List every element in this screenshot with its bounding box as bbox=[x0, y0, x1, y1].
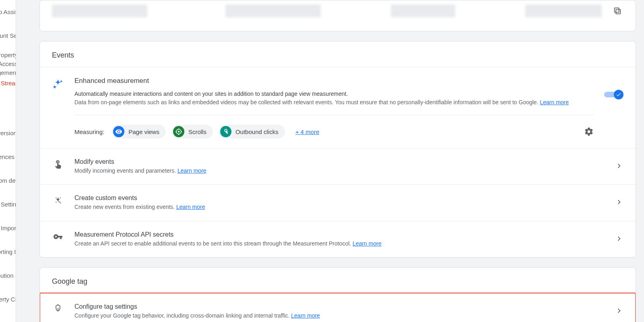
chevron-right-icon bbox=[615, 158, 623, 170]
redacted-field bbox=[391, 4, 455, 17]
target-icon bbox=[173, 126, 184, 137]
secrets-desc: Create an API secret to enable additiona… bbox=[74, 240, 353, 247]
sparkle-icon bbox=[52, 77, 64, 90]
events-header: Events bbox=[40, 41, 636, 67]
learn-more-link[interactable]: Learn more bbox=[178, 167, 206, 174]
sidebar-item-conversions[interactable]: Conversions bbox=[0, 121, 16, 145]
measuring-label: Measuring: bbox=[74, 128, 104, 135]
configure-tag-desc: Configure your Google tag behavior, incl… bbox=[74, 312, 291, 319]
enhanced-measurement-row: Enhanced measurement Automatically measu… bbox=[40, 67, 636, 148]
chevron-right-icon bbox=[615, 231, 623, 243]
learn-more-link[interactable]: Learn more bbox=[540, 99, 569, 105]
enhanced-measurement-desc: Data from on-page elements such as links… bbox=[74, 99, 540, 105]
configure-tag-settings-row[interactable]: g Configure tag settings Configure your … bbox=[40, 293, 636, 322]
sidebar-item-identity[interactable]: Reporting Identity bbox=[0, 240, 16, 264]
redacted-field bbox=[225, 4, 321, 17]
sidebar-item-assistant[interactable]: Setup Assistant bbox=[0, 0, 16, 24]
modify-events-row[interactable]: Modify eventsModify incoming events and … bbox=[40, 148, 636, 184]
measurement-chip-scrolls: Scrolls bbox=[171, 125, 213, 138]
svg-rect-1 bbox=[615, 8, 619, 12]
more-measurements-link[interactable]: + 4 more bbox=[295, 128, 320, 135]
main-scroll-area[interactable]: Events Enhanced measurement Automaticall… bbox=[16, 0, 644, 322]
create-title: Create custom events bbox=[74, 194, 604, 202]
svg-text:g: g bbox=[57, 307, 59, 311]
sidebar-item-import[interactable]: Data Import bbox=[0, 216, 16, 240]
enhanced-measurement-bold: Automatically measure interactions and c… bbox=[74, 91, 348, 97]
stream-details-card bbox=[39, 0, 636, 31]
copy-icon[interactable] bbox=[611, 5, 623, 17]
sidebar-item-data-settings[interactable]: Data Settings bbox=[0, 192, 16, 216]
learn-more-link[interactable]: Learn more bbox=[291, 312, 320, 319]
secrets-title: Measurement Protocol API secrets bbox=[74, 231, 604, 238]
spark-icon bbox=[52, 194, 64, 205]
modify-title: Modify events bbox=[74, 158, 604, 165]
measuring-row: Measuring: Page viewsScrollsOutbound cli… bbox=[74, 115, 594, 141]
enhanced-measurement-title: Enhanced measurement bbox=[74, 77, 594, 85]
modify-desc: Modify incoming events and parameters. bbox=[74, 167, 178, 174]
configure-tag-title: Configure tag settings bbox=[74, 303, 604, 310]
admin-sidebar: Setup AssistantAccount SettingsProperty … bbox=[0, 0, 16, 322]
create-desc: Create new events from existing events. bbox=[74, 204, 176, 210]
chevron-right-icon bbox=[615, 303, 623, 315]
secrets-events-row[interactable]: Measurement Protocol API secretsCreate a… bbox=[40, 221, 636, 257]
tag-icon: g bbox=[52, 303, 64, 314]
sidebar-item-change[interactable]: Property Change bbox=[0, 287, 16, 311]
create-events-row[interactable]: Create custom eventsCreate new events fr… bbox=[40, 184, 636, 221]
redacted-field bbox=[525, 4, 602, 17]
learn-more-link[interactable]: Learn more bbox=[176, 204, 205, 210]
svg-point-3 bbox=[178, 131, 180, 133]
events-card: Events Enhanced measurement Automaticall… bbox=[39, 41, 636, 258]
google-tag-card: Google tag g Configure tag settings Conf… bbox=[39, 267, 636, 322]
touch-icon bbox=[52, 158, 64, 169]
sidebar-item-audiences[interactable]: Audiences bbox=[0, 145, 16, 169]
sidebar-item-definitions[interactable]: Custom definitions bbox=[0, 169, 16, 192]
sidebar-item-settings[interactable]: Account Settings bbox=[0, 24, 16, 47]
gear-icon[interactable] bbox=[584, 127, 594, 136]
key-icon bbox=[52, 231, 64, 242]
click-icon bbox=[220, 126, 231, 137]
measurement-chip-page-views: Page views bbox=[111, 125, 166, 138]
enhanced-measurement-toggle[interactable] bbox=[604, 90, 623, 99]
svg-rect-0 bbox=[616, 9, 620, 14]
eye-icon bbox=[113, 126, 124, 137]
sidebar-item-attrib[interactable]: Attribution Settings bbox=[0, 264, 16, 287]
measurement-chip-outbound-clicks: Outbound clicks bbox=[219, 125, 285, 138]
redacted-field bbox=[52, 4, 147, 17]
learn-more-link[interactable]: Learn more bbox=[353, 240, 382, 247]
sidebar-item-access[interactable]: Property Access Management bbox=[0, 47, 16, 71]
google-tag-header: Google tag bbox=[40, 268, 636, 293]
chevron-right-icon bbox=[615, 194, 623, 206]
